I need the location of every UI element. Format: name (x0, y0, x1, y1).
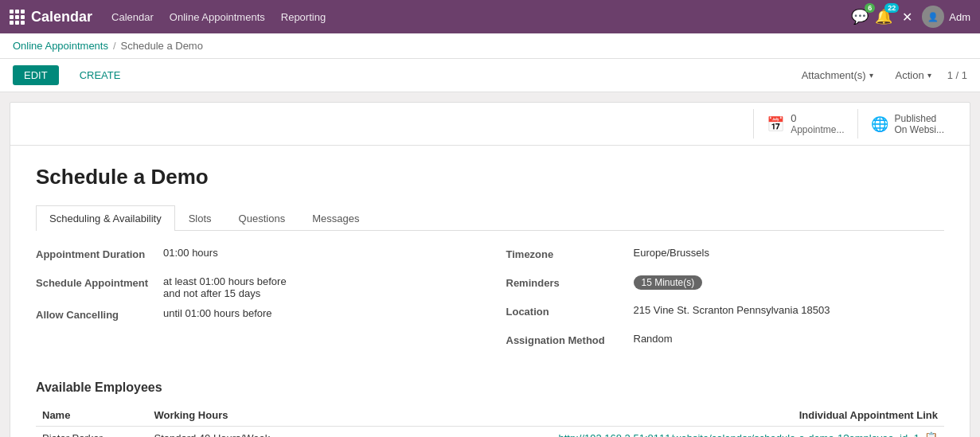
calendar-icon: 📅 (767, 115, 784, 133)
activity-badge[interactable]: 🔔 22 (875, 8, 892, 25)
table-header-row: Name Working Hours Individual Appointmen… (36, 404, 944, 427)
tab-slots[interactable]: Slots (175, 205, 225, 231)
location-value: 215 Vine St. Scranton Pennsylvania 18503 (634, 304, 830, 316)
edit-button[interactable]: EDIT (13, 65, 59, 85)
copy-link-icon[interactable]: 📋 (924, 431, 938, 437)
attachments-button[interactable]: Attachment(s) (795, 65, 880, 85)
location-field: Location 215 Vine St. Scranton Pennsylva… (506, 304, 945, 325)
timezone-label: Timezone (506, 247, 634, 260)
user-label: Adm (949, 11, 970, 23)
nav-online-appointments[interactable]: Online Appointments (170, 11, 265, 23)
employee-link-cell: http://192.168.2.51:8111/website/calenda… (345, 427, 944, 438)
top-navigation: Calendar Calendar Online Appointments Re… (0, 0, 980, 33)
appointments-info: 0 Appointme... (791, 112, 844, 135)
appointments-stat[interactable]: 📅 0 Appointme... (753, 109, 857, 139)
stats-bar: 📅 0 Appointme... 🌐 Published On Websi... (10, 103, 970, 146)
nav-links: Calendar Online Appointments Reporting (111, 11, 326, 23)
form-left: Appointment Duration 01:00 hours Schedul… (36, 247, 474, 361)
duration-value: 01:00 hours (163, 247, 218, 259)
globe-icon: 🌐 (871, 115, 888, 133)
timezone-field: Timezone Europe/Brussels (506, 247, 945, 267)
published-sublabel: On Websi... (895, 124, 944, 135)
user-menu[interactable]: 👤 Adm (922, 6, 970, 28)
form-grid: Appointment Duration 01:00 hours Schedul… (36, 247, 944, 361)
published-info: Published On Websi... (895, 113, 944, 135)
breadcrumb-parent[interactable]: Online Appointments (13, 40, 108, 52)
duration-label: Appointment Duration (36, 247, 163, 260)
schedule-label: Schedule Appointment (36, 275, 163, 289)
record-title: Schedule a Demo (36, 165, 944, 189)
cancelling-value: until 01:00 hours before (163, 307, 272, 319)
activity-count: 22 (884, 3, 899, 13)
employees-section: Available Employees Name Working Hours I… (36, 380, 944, 437)
breadcrumb-separator: / (113, 40, 116, 52)
breadcrumb: Online Appointments / Schedule a Demo (0, 33, 980, 59)
employee-hours: Standard 40 Hours/Week (147, 427, 344, 438)
appointments-count: 0 (791, 112, 844, 124)
avatar: 👤 (922, 6, 944, 28)
form-area: Schedule a Demo Scheduling & Availabilit… (10, 146, 970, 437)
timezone-value: Europe/Brussels (634, 247, 709, 259)
tab-questions[interactable]: Questions (225, 205, 299, 231)
duration-field: Appointment Duration 01:00 hours (36, 247, 474, 267)
reminders-field: Reminders 15 Minute(s) (506, 275, 945, 296)
cancelling-field: Allow Cancelling until 01:00 hours befor… (36, 307, 474, 328)
published-stat[interactable]: 🌐 Published On Websi... (857, 109, 957, 139)
employees-title: Available Employees (36, 380, 944, 395)
assignation-value: Random (634, 333, 673, 345)
appointments-label: Appointme... (791, 124, 844, 135)
close-button[interactable]: ✕ (899, 6, 916, 28)
schedule-line1: at least 01:00 hours before (163, 275, 287, 287)
col-link: Individual Appointment Link (345, 404, 944, 427)
cancelling-label: Allow Cancelling (36, 307, 163, 321)
grid-icon (10, 10, 25, 25)
location-label: Location (506, 304, 634, 318)
breadcrumb-current: Schedule a Demo (121, 40, 203, 52)
col-name: Name (36, 404, 147, 427)
reminders-badge: 15 Minute(s) (634, 275, 703, 290)
nav-reporting[interactable]: Reporting (281, 11, 326, 23)
employees-table: Name Working Hours Individual Appointmen… (36, 404, 944, 437)
action-button[interactable]: Action (889, 65, 938, 85)
tab-scheduling[interactable]: Scheduling & Availability (36, 205, 175, 231)
tabs: Scheduling & Availability Slots Question… (36, 205, 944, 231)
nav-calendar[interactable]: Calendar (111, 11, 154, 23)
record-card: 📅 0 Appointme... 🌐 Published On Websi...… (10, 102, 970, 437)
top-nav-right: 💬 6 🔔 22 ✕ 👤 Adm (851, 6, 970, 28)
assignation-field: Assignation Method Random (506, 333, 945, 353)
table-row: Pieter ParkerStandard 40 Hours/Weekhttp:… (36, 427, 944, 438)
col-hours: Working Hours (147, 404, 344, 427)
app-title: Calendar (31, 9, 92, 25)
tab-messages[interactable]: Messages (299, 205, 373, 231)
schedule-field: Schedule Appointment at least 01:00 hour… (36, 275, 474, 299)
employee-name: Pieter Parker (36, 427, 147, 438)
assignation-label: Assignation Method (506, 333, 634, 346)
messages-count: 6 (865, 3, 875, 13)
record-nav: 1 / 1 (947, 69, 967, 81)
form-right: Timezone Europe/Brussels Reminders 15 Mi… (506, 247, 945, 361)
appointment-link[interactable]: http://192.168.2.51:8111/website/calenda… (558, 432, 919, 438)
schedule-value: at least 01:00 hours before and not afte… (163, 275, 287, 299)
reminders-label: Reminders (506, 275, 634, 289)
main-content: 📅 0 Appointme... 🌐 Published On Websi...… (0, 92, 980, 437)
published-label: Published (895, 113, 944, 124)
action-bar: EDIT CREATE Attachment(s) Action 1 / 1 (0, 59, 980, 92)
app-logo[interactable]: Calendar (10, 9, 92, 25)
messages-badge[interactable]: 💬 6 (851, 8, 869, 25)
create-button[interactable]: CREATE (68, 65, 132, 85)
schedule-line2: and not after 15 days (163, 287, 287, 299)
